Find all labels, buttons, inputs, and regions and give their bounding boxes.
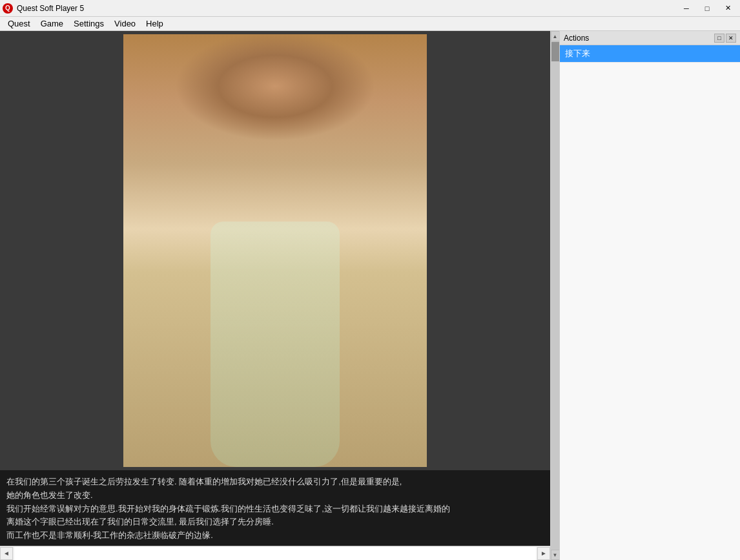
app-icon-letter: Q	[5, 5, 10, 12]
actions-header-controls: □ ✕	[714, 34, 736, 43]
close-button[interactable]: ✕	[718, 2, 737, 15]
text-line-1: 在我们的第三个孩子诞生之后劳拉发生了转变. 随着体重的增加我对她已经没什么吸引力…	[6, 477, 402, 486]
input-scroll-left[interactable]: ◄	[0, 547, 13, 560]
scroll-up-arrow[interactable]: ▲	[551, 31, 560, 41]
scroll-track	[551, 41, 560, 550]
titlebar: Q Quest Soft Player 5 ─ □ ✕	[0, 0, 740, 17]
actions-header: Actions □ ✕	[560, 31, 740, 45]
image-area	[0, 31, 550, 470]
app-icon: Q	[3, 3, 13, 14]
game-panel-inner: 在我们的第三个孩子诞生之后劳拉发生了转变. 随着体重的增加我对她已经没什么吸引力…	[0, 31, 559, 560]
text-line-4: 离婚这个字眼已经出现在了我们的日常交流里, 最后我们选择了先分房睡.	[6, 517, 274, 526]
actions-close-button[interactable]: ✕	[726, 34, 736, 43]
menu-settings[interactable]: Settings	[68, 17, 109, 30]
scroll-down-arrow[interactable]: ▼	[551, 550, 560, 560]
minimize-button[interactable]: ─	[677, 2, 696, 15]
input-scroll-right[interactable]: ►	[537, 547, 550, 560]
text-input[interactable]	[14, 547, 536, 560]
input-bar: ◄ ►	[0, 546, 550, 560]
game-scrollbar: ▲ ▼	[550, 31, 559, 560]
actions-panel-title: Actions	[564, 34, 589, 43]
maximize-button[interactable]: □	[697, 2, 717, 15]
actions-panel: Actions □ ✕ 接下来	[559, 31, 740, 560]
menu-video[interactable]: Video	[109, 17, 141, 30]
action-item-jie-xia-lai[interactable]: 接下来	[560, 45, 740, 63]
game-content: 在我们的第三个孩子诞生之后劳拉发生了转变. 随着体重的增加我对她已经没什么吸引力…	[0, 31, 550, 560]
dress	[211, 222, 340, 467]
game-image	[123, 34, 427, 467]
game-panel: 在我们的第三个孩子诞生之后劳拉发生了转变. 随着体重的增加我对她已经没什么吸引力…	[0, 31, 559, 560]
text-line-3: 我们开始经常误解对方的意思.我开始对我的身体疏于锻炼.我们的性生活也变得乏味了,…	[6, 504, 450, 513]
actions-maximize-button[interactable]: □	[714, 34, 725, 43]
scroll-thumb[interactable]	[551, 42, 559, 61]
titlebar-title: Quest Soft Player 5	[17, 4, 84, 13]
menu-game[interactable]: Game	[36, 17, 68, 30]
main-content: 在我们的第三个孩子诞生之后劳拉发生了转变. 随着体重的增加我对她已经没什么吸引力…	[0, 31, 740, 560]
text-line-2: 她的角色也发生了改变.	[6, 490, 93, 500]
text-line-5: 而工作也不是非常顺利-我工作的杂志社濒临破产的边缘.	[6, 530, 213, 540]
menu-help[interactable]: Help	[141, 17, 169, 30]
titlebar-left: Q Quest Soft Player 5	[3, 3, 84, 14]
actions-list: 接下来	[560, 45, 740, 560]
menu-quest[interactable]: Quest	[3, 17, 36, 30]
menubar: Quest Game Settings Video Help	[0, 17, 740, 31]
text-area: 在我们的第三个孩子诞生之后劳拉发生了转变. 随着体重的增加我对她已经没什么吸引力…	[0, 470, 550, 546]
titlebar-controls: ─ □ ✕	[677, 2, 737, 15]
